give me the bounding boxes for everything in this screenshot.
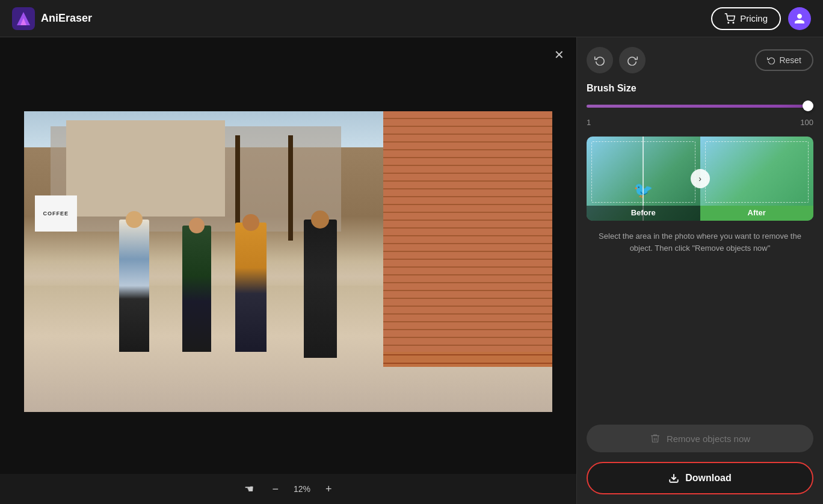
- spacer: [587, 263, 813, 415]
- person-4: [304, 220, 337, 358]
- preview-before: 🐦 Before: [587, 137, 700, 221]
- user-icon: [794, 13, 806, 25]
- zoom-in-button[interactable]: +: [322, 480, 335, 499]
- brush-size-section: Brush Size 1 100: [587, 83, 813, 127]
- brick-wall: [383, 111, 552, 367]
- canvas-toolbar: ☚ − 12% +: [0, 474, 576, 504]
- bg-building-2: [66, 120, 224, 217]
- download-button[interactable]: Download: [587, 462, 813, 494]
- selection-overlay-after: [705, 141, 809, 203]
- header-actions: Pricing: [711, 7, 811, 30]
- undo-icon: [594, 55, 605, 66]
- remove-objects-button[interactable]: Remove objects now: [587, 425, 813, 452]
- right-panel: Reset Brush Size 1 100 🐦: [576, 37, 823, 504]
- slider-track: [587, 105, 813, 108]
- before-after-preview: 🐦 Before After ›: [587, 137, 813, 221]
- reset-icon: [767, 56, 775, 64]
- canvas-area: ✕ COFFEE: [0, 37, 576, 504]
- slider-range: 1 100: [587, 118, 813, 127]
- undo-button[interactable]: [587, 47, 613, 73]
- panel-top-actions: Reset: [587, 47, 813, 73]
- preview-after: After: [700, 137, 814, 221]
- close-button[interactable]: ✕: [550, 46, 568, 64]
- reset-button[interactable]: Reset: [755, 49, 813, 71]
- zoom-level-display: 12%: [294, 484, 310, 494]
- svg-point-4: [733, 22, 734, 23]
- redo-icon: [627, 55, 638, 66]
- remove-icon: [650, 433, 661, 444]
- main-photo: COFFEE: [24, 111, 552, 412]
- redo-button[interactable]: [619, 47, 646, 73]
- person-1-head: [126, 211, 143, 228]
- coffee-sign: COFFEE: [35, 195, 77, 232]
- svg-point-3: [728, 22, 729, 23]
- cart-icon: [724, 13, 735, 24]
- pricing-label: Pricing: [740, 13, 768, 23]
- download-label: Download: [685, 473, 731, 484]
- slider-max: 100: [800, 118, 813, 127]
- image-canvas[interactable]: COFFEE: [24, 111, 552, 412]
- app-logo-icon: [12, 7, 35, 30]
- app-header: AniEraser Pricing: [0, 0, 823, 37]
- zoom-out-button[interactable]: −: [269, 480, 282, 499]
- download-icon: [668, 473, 679, 484]
- slider-thumb[interactable]: [803, 100, 813, 111]
- person-3-head: [242, 214, 259, 231]
- brush-size-label: Brush Size: [587, 83, 813, 94]
- app-title: AniEraser: [41, 12, 92, 25]
- person-1: [119, 220, 149, 352]
- preview-after-label: After: [700, 206, 814, 221]
- sidewalk: [24, 286, 552, 412]
- tree-trunk-2: [288, 135, 293, 241]
- pricing-button[interactable]: Pricing: [711, 7, 781, 30]
- main-content: ✕ COFFEE: [0, 37, 823, 504]
- logo-area: AniEraser: [12, 7, 92, 30]
- person-2-head: [189, 218, 205, 233]
- preview-before-label: Before: [587, 206, 700, 221]
- reset-label: Reset: [779, 55, 801, 65]
- remove-objects-label: Remove objects now: [667, 434, 750, 444]
- brush-size-slider[interactable]: [587, 100, 813, 112]
- preview-arrow: ›: [691, 169, 710, 188]
- slider-min: 1: [587, 118, 591, 127]
- person-3: [235, 223, 267, 352]
- person-2: [182, 226, 211, 352]
- person-4-head: [311, 211, 329, 229]
- user-avatar[interactable]: [788, 7, 811, 30]
- instruction-text: Select the area in the photo where you w…: [587, 230, 813, 254]
- preview-arrow-icon: ›: [698, 174, 701, 183]
- hand-tool-button[interactable]: ☚: [241, 479, 257, 499]
